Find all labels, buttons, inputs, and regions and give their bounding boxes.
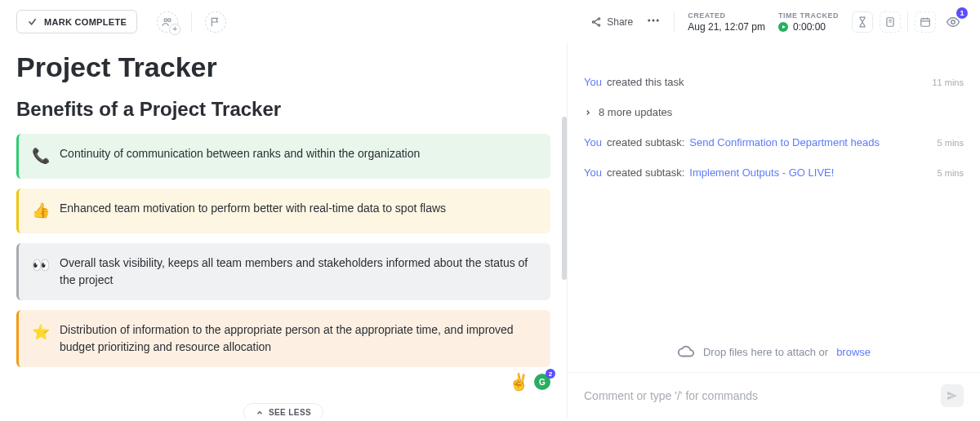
- comment-input[interactable]: Comment or type '/' for commands: [584, 389, 931, 402]
- callout-text: Continuity of communication between rank…: [60, 145, 420, 162]
- eyes-icon: 👀: [32, 255, 50, 277]
- time-tracked-label: TIME TRACKED: [778, 11, 839, 20]
- star-icon: ⭐: [32, 321, 50, 343]
- svg-rect-9: [921, 18, 930, 25]
- share-button[interactable]: Share: [590, 16, 633, 28]
- assignee-add[interactable]: +: [157, 11, 178, 33]
- see-less-label: SEE LESS: [269, 408, 311, 417]
- share-icon: [590, 16, 602, 28]
- estimate-button[interactable]: [880, 11, 901, 33]
- svg-point-4: [599, 24, 600, 25]
- activity-time: 5 mins: [938, 138, 964, 148]
- peace-icon[interactable]: ✌️: [509, 372, 529, 392]
- created-meta: CREATED Aug 21, 12:07 pm: [688, 11, 765, 33]
- activity-user[interactable]: You: [584, 76, 602, 88]
- activity-link[interactable]: Implement Outputs - GO LIVE!: [689, 166, 834, 179]
- comment-row: Comment or type '/' for commands: [568, 372, 980, 419]
- plus-icon: +: [169, 24, 180, 35]
- upload-text: Drop files here to attach or: [703, 346, 828, 358]
- time-tracked-meta: TIME TRACKED 0:00:00: [778, 11, 839, 33]
- expand-updates[interactable]: 8 more updates: [584, 106, 964, 118]
- svg-point-1: [168, 18, 172, 21]
- assignee-group: +: [157, 11, 178, 33]
- svg-point-0: [164, 18, 167, 21]
- date-button[interactable]: [915, 11, 936, 33]
- flag-icon: [210, 16, 221, 28]
- activity-time: 11 mins: [932, 78, 964, 87]
- check-icon: [27, 16, 38, 27]
- hourglass-icon: [857, 16, 868, 28]
- watchers-button[interactable]: 1: [942, 11, 964, 33]
- browse-link[interactable]: browse: [836, 346, 871, 358]
- svg-point-6: [653, 19, 655, 21]
- chevron-up-icon: [256, 409, 264, 417]
- upload-dropzone[interactable]: Drop files here to attach or browse: [568, 331, 980, 372]
- divider: [674, 11, 675, 33]
- dots-icon: [646, 13, 661, 28]
- callout-item: 👍 Enhanced team motivation to perform be…: [16, 188, 550, 233]
- page-title: Project Tracker: [16, 51, 550, 83]
- svg-point-7: [657, 19, 659, 21]
- svg-point-5: [648, 19, 651, 21]
- send-button[interactable]: [941, 384, 964, 407]
- mark-complete-button[interactable]: MARK COMPLETE: [16, 10, 137, 33]
- chevron-right-icon: [584, 109, 592, 117]
- watchers-count: 1: [956, 7, 968, 19]
- activity-text: created this task: [607, 76, 684, 88]
- activity-item: You created this task 11 mins: [584, 76, 964, 88]
- reaction-row: ✌️ G 2: [16, 372, 550, 392]
- send-icon: [946, 389, 959, 402]
- see-less-button[interactable]: SEE LESS: [243, 403, 323, 419]
- activity-pane: You created this task 11 mins 8 more upd…: [567, 43, 980, 419]
- divider: [907, 11, 908, 33]
- sprint-icon: [884, 16, 896, 28]
- divider: [191, 11, 192, 33]
- priority-flag[interactable]: [205, 11, 226, 33]
- activity-item: You created subtask: Implement Outputs -…: [584, 166, 964, 179]
- activity-item: You created subtask: Send Confirmation t…: [584, 136, 964, 148]
- calendar-icon: [920, 16, 931, 28]
- phone-icon: 📞: [32, 145, 50, 167]
- activity-time: 5 mins: [938, 168, 964, 178]
- mark-complete-label: MARK COMPLETE: [44, 17, 127, 27]
- callout-text: Overall task visibility, keeps all team …: [60, 255, 537, 289]
- callout-text: Enhanced team motivation to perform bett…: [60, 200, 446, 217]
- activity-user[interactable]: You: [584, 166, 602, 179]
- avatar[interactable]: G 2: [534, 374, 550, 390]
- thumbsup-icon: 👍: [32, 200, 50, 222]
- activity-text: created subtask:: [607, 166, 684, 179]
- callout-item: 📞 Continuity of communication between ra…: [16, 134, 550, 179]
- callout-item: 👀 Overall task visibility, keeps all tea…: [16, 243, 550, 300]
- activity-text: created subtask:: [607, 136, 684, 148]
- timer-button[interactable]: [852, 11, 873, 33]
- svg-point-10: [951, 20, 956, 24]
- more-menu[interactable]: [646, 13, 661, 31]
- callout-item: ⭐ Distribution of information to the app…: [16, 310, 550, 367]
- created-label: CREATED: [688, 11, 765, 20]
- svg-point-2: [599, 17, 600, 19]
- section-title: Benefits of a Project Tracker: [16, 98, 550, 121]
- scrollbar[interactable]: [562, 117, 567, 280]
- activity-link[interactable]: Send Confirmation to Department heads: [689, 136, 880, 148]
- time-tracked-value: 0:00:00: [793, 21, 826, 33]
- cloud-icon: [677, 343, 695, 361]
- reaction-count: 2: [546, 369, 555, 379]
- svg-point-3: [593, 20, 595, 22]
- created-value: Aug 21, 12:07 pm: [688, 21, 765, 33]
- share-label: Share: [607, 16, 633, 28]
- expand-label: 8 more updates: [599, 106, 672, 118]
- activity-user[interactable]: You: [584, 136, 602, 148]
- avatar-initials: G: [539, 378, 546, 387]
- callout-text: Distribution of information to the appro…: [60, 321, 537, 356]
- play-icon[interactable]: [778, 22, 788, 32]
